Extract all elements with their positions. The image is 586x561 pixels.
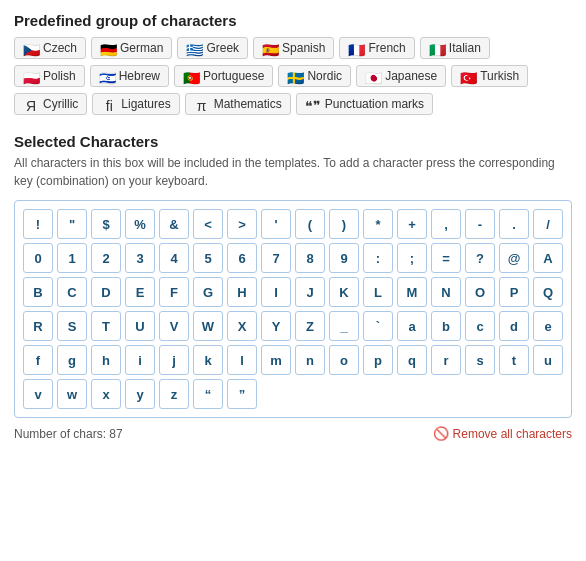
tag-btn-czech[interactable]: 🇨🇿Czech — [14, 37, 86, 59]
char-tile[interactable]: H — [227, 277, 257, 307]
char-tile[interactable]: T — [91, 311, 121, 341]
char-tile[interactable]: 2 — [91, 243, 121, 273]
char-tile[interactable]: 4 — [159, 243, 189, 273]
char-tile[interactable]: n — [295, 345, 325, 375]
char-tile[interactable]: : — [363, 243, 393, 273]
tag-btn-polish[interactable]: 🇵🇱Polish — [14, 65, 85, 87]
char-tile[interactable]: % — [125, 209, 155, 239]
tag-btn-nordic[interactable]: 🇸🇪Nordic — [278, 65, 351, 87]
char-tile[interactable]: & — [159, 209, 189, 239]
char-tile[interactable]: ( — [295, 209, 325, 239]
char-tile[interactable]: , — [431, 209, 461, 239]
char-tile[interactable]: M — [397, 277, 427, 307]
char-tile[interactable]: A — [533, 243, 563, 273]
char-tile[interactable]: ! — [23, 209, 53, 239]
char-tile[interactable]: K — [329, 277, 359, 307]
char-tile[interactable]: q — [397, 345, 427, 375]
char-tile[interactable]: " — [57, 209, 87, 239]
char-tile[interactable]: $ — [91, 209, 121, 239]
char-tile[interactable]: ; — [397, 243, 427, 273]
char-tile[interactable]: . — [499, 209, 529, 239]
char-tile[interactable]: h — [91, 345, 121, 375]
char-tile[interactable]: u — [533, 345, 563, 375]
tag-btn-turkish[interactable]: 🇹🇷Turkish — [451, 65, 528, 87]
tag-btn-mathematics[interactable]: πMathematics — [185, 93, 291, 115]
char-tile[interactable]: ? — [465, 243, 495, 273]
char-tile[interactable]: > — [227, 209, 257, 239]
char-tile[interactable]: d — [499, 311, 529, 341]
char-tile[interactable]: P — [499, 277, 529, 307]
char-tile[interactable]: ` — [363, 311, 393, 341]
char-tile[interactable]: b — [431, 311, 461, 341]
char-tile[interactable]: - — [465, 209, 495, 239]
char-tile[interactable]: @ — [499, 243, 529, 273]
char-tile[interactable]: o — [329, 345, 359, 375]
char-tile[interactable]: k — [193, 345, 223, 375]
char-tile[interactable]: + — [397, 209, 427, 239]
char-tile[interactable]: 3 — [125, 243, 155, 273]
char-tile[interactable]: m — [261, 345, 291, 375]
char-tile[interactable]: 9 — [329, 243, 359, 273]
char-tile[interactable]: B — [23, 277, 53, 307]
char-tile[interactable]: p — [363, 345, 393, 375]
char-tile[interactable]: G — [193, 277, 223, 307]
char-tile[interactable]: 0 — [23, 243, 53, 273]
char-tile[interactable]: L — [363, 277, 393, 307]
char-tile[interactable]: < — [193, 209, 223, 239]
char-tile[interactable]: 1 — [57, 243, 87, 273]
char-tile[interactable]: a — [397, 311, 427, 341]
char-tile[interactable]: X — [227, 311, 257, 341]
char-tile[interactable]: c — [465, 311, 495, 341]
char-tile[interactable]: E — [125, 277, 155, 307]
char-tile[interactable]: 8 — [295, 243, 325, 273]
char-tile[interactable]: z — [159, 379, 189, 409]
char-tile[interactable]: I — [261, 277, 291, 307]
tag-btn-italian[interactable]: 🇮🇹Italian — [420, 37, 490, 59]
char-tile[interactable]: s — [465, 345, 495, 375]
char-tile[interactable]: R — [23, 311, 53, 341]
char-tile[interactable]: r — [431, 345, 461, 375]
char-tile[interactable]: i — [125, 345, 155, 375]
tag-btn-spanish[interactable]: 🇪🇸Spanish — [253, 37, 334, 59]
char-tile[interactable]: W — [193, 311, 223, 341]
tag-btn-portuguese[interactable]: 🇵🇹Portuguese — [174, 65, 273, 87]
tag-btn-greek[interactable]: 🇬🇷Greek — [177, 37, 248, 59]
char-tile[interactable]: v — [23, 379, 53, 409]
char-tile[interactable]: J — [295, 277, 325, 307]
char-tile[interactable]: O — [465, 277, 495, 307]
char-tile[interactable]: D — [91, 277, 121, 307]
char-tile[interactable]: ” — [227, 379, 257, 409]
char-tile[interactable]: ' — [261, 209, 291, 239]
char-tile[interactable]: / — [533, 209, 563, 239]
char-tile[interactable]: x — [91, 379, 121, 409]
remove-all-link[interactable]: 🚫 Remove all characters — [433, 426, 572, 441]
char-tile[interactable]: Q — [533, 277, 563, 307]
char-tile[interactable]: Y — [261, 311, 291, 341]
char-tile[interactable]: F — [159, 277, 189, 307]
char-tile[interactable]: y — [125, 379, 155, 409]
char-tile[interactable]: ) — [329, 209, 359, 239]
tag-btn-japanese[interactable]: 🇯🇵Japanese — [356, 65, 446, 87]
char-tile[interactable]: e — [533, 311, 563, 341]
char-tile[interactable]: C — [57, 277, 87, 307]
char-tile[interactable]: f — [23, 345, 53, 375]
tag-btn-french[interactable]: 🇫🇷French — [339, 37, 414, 59]
char-tile[interactable]: t — [499, 345, 529, 375]
char-tile[interactable]: = — [431, 243, 461, 273]
char-tile[interactable]: “ — [193, 379, 223, 409]
char-tile[interactable]: w — [57, 379, 87, 409]
char-tile[interactable]: V — [159, 311, 189, 341]
tag-btn-hebrew[interactable]: 🇮🇱Hebrew — [90, 65, 169, 87]
tag-btn-cyrillic[interactable]: ЯCyrillic — [14, 93, 87, 115]
tag-btn-german[interactable]: 🇩🇪German — [91, 37, 172, 59]
char-tile[interactable]: j — [159, 345, 189, 375]
char-tile[interactable]: U — [125, 311, 155, 341]
char-tile[interactable]: 5 — [193, 243, 223, 273]
char-tile[interactable]: Z — [295, 311, 325, 341]
char-tile[interactable]: 6 — [227, 243, 257, 273]
char-tile[interactable]: S — [57, 311, 87, 341]
tag-btn-punctuation-marks[interactable]: ❝❞Punctuation marks — [296, 93, 433, 115]
tag-btn-ligatures[interactable]: fiLigatures — [92, 93, 179, 115]
char-tile[interactable]: g — [57, 345, 87, 375]
char-tile[interactable]: 7 — [261, 243, 291, 273]
